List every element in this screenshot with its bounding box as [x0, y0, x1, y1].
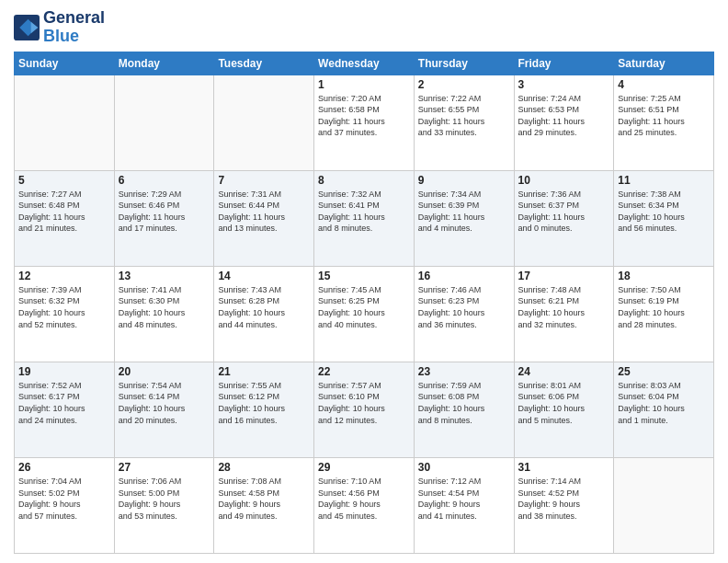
day-info: Sunrise: 7:31 AM Sunset: 6:44 PM Dayligh…: [218, 189, 310, 235]
logo-icon: [14, 15, 40, 40]
table-row: 15Sunrise: 7:45 AM Sunset: 6:25 PM Dayli…: [314, 266, 415, 362]
table-row: 27Sunrise: 7:06 AM Sunset: 5:00 PM Dayli…: [114, 457, 214, 553]
table-row: 22Sunrise: 7:57 AM Sunset: 6:10 PM Dayli…: [314, 362, 415, 457]
day-info: Sunrise: 7:04 AM Sunset: 5:02 PM Dayligh…: [18, 476, 110, 522]
day-number: 16: [418, 270, 510, 282]
table-row: 20Sunrise: 7:54 AM Sunset: 6:14 PM Dayli…: [114, 362, 214, 457]
table-row: 26Sunrise: 7:04 AM Sunset: 5:02 PM Dayli…: [15, 457, 115, 553]
day-number: 31: [518, 461, 610, 474]
day-number: 8: [318, 174, 410, 187]
day-info: Sunrise: 7:25 AM Sunset: 6:51 PM Dayligh…: [618, 93, 710, 139]
day-info: Sunrise: 7:41 AM Sunset: 6:30 PM Dayligh…: [119, 284, 210, 330]
col-friday: Friday: [514, 52, 614, 75]
table-row: [214, 75, 314, 170]
table-row: 7Sunrise: 7:31 AM Sunset: 6:44 PM Daylig…: [214, 170, 314, 266]
day-info: Sunrise: 7:38 AM Sunset: 6:34 PM Dayligh…: [618, 189, 710, 235]
table-row: 19Sunrise: 7:52 AM Sunset: 6:17 PM Dayli…: [15, 362, 115, 457]
table-row: 8Sunrise: 7:32 AM Sunset: 6:41 PM Daylig…: [314, 170, 415, 266]
day-number: 3: [518, 78, 610, 91]
day-number: 2: [418, 78, 510, 91]
day-info: Sunrise: 7:29 AM Sunset: 6:46 PM Dayligh…: [119, 189, 210, 235]
table-row: 12Sunrise: 7:39 AM Sunset: 6:32 PM Dayli…: [15, 266, 115, 362]
table-row: 2Sunrise: 7:22 AM Sunset: 6:55 PM Daylig…: [414, 75, 514, 170]
day-number: 4: [618, 78, 710, 91]
calendar: Sunday Monday Tuesday Wednesday Thursday…: [14, 52, 714, 554]
table-row: 16Sunrise: 7:46 AM Sunset: 6:23 PM Dayli…: [414, 266, 514, 362]
table-row: 14Sunrise: 7:43 AM Sunset: 6:28 PM Dayli…: [214, 266, 314, 362]
page: General Blue Sunday Monday Tuesday Wedne…: [0, 0, 728, 563]
day-info: Sunrise: 7:22 AM Sunset: 6:55 PM Dayligh…: [418, 93, 510, 139]
day-info: Sunrise: 7:24 AM Sunset: 6:53 PM Dayligh…: [518, 93, 610, 139]
logo-text: General Blue: [43, 9, 105, 46]
day-number: 19: [18, 365, 110, 378]
day-info: Sunrise: 7:12 AM Sunset: 4:54 PM Dayligh…: [418, 476, 510, 522]
day-info: Sunrise: 7:54 AM Sunset: 6:14 PM Dayligh…: [119, 380, 210, 426]
day-number: 1: [318, 78, 410, 91]
table-row: 4Sunrise: 7:25 AM Sunset: 6:51 PM Daylig…: [614, 75, 714, 170]
day-info: Sunrise: 7:08 AM Sunset: 4:58 PM Dayligh…: [218, 476, 310, 522]
day-info: Sunrise: 7:59 AM Sunset: 6:08 PM Dayligh…: [418, 380, 510, 426]
table-row: [114, 75, 214, 170]
day-number: 12: [18, 270, 110, 282]
day-info: Sunrise: 7:43 AM Sunset: 6:28 PM Dayligh…: [218, 284, 310, 330]
calendar-header-row: Sunday Monday Tuesday Wednesday Thursday…: [15, 52, 714, 75]
header: General Blue: [14, 9, 714, 46]
table-row: 3Sunrise: 7:24 AM Sunset: 6:53 PM Daylig…: [514, 75, 614, 170]
calendar-week-row: 26Sunrise: 7:04 AM Sunset: 5:02 PM Dayli…: [15, 457, 714, 553]
day-info: Sunrise: 8:03 AM Sunset: 6:04 PM Dayligh…: [618, 380, 710, 426]
calendar-week-row: 1Sunrise: 7:20 AM Sunset: 6:58 PM Daylig…: [15, 75, 714, 170]
table-row: 24Sunrise: 8:01 AM Sunset: 6:06 PM Dayli…: [514, 362, 614, 457]
day-number: 5: [18, 174, 110, 187]
col-tuesday: Tuesday: [214, 52, 314, 75]
day-number: 17: [518, 270, 610, 282]
table-row: 10Sunrise: 7:36 AM Sunset: 6:37 PM Dayli…: [514, 170, 614, 266]
logo: General Blue: [14, 9, 105, 46]
day-info: Sunrise: 7:36 AM Sunset: 6:37 PM Dayligh…: [518, 189, 610, 235]
day-number: 22: [318, 365, 410, 378]
calendar-week-row: 19Sunrise: 7:52 AM Sunset: 6:17 PM Dayli…: [15, 362, 714, 457]
day-number: 11: [618, 174, 710, 187]
day-number: 21: [218, 365, 310, 378]
col-thursday: Thursday: [414, 52, 514, 75]
day-info: Sunrise: 7:14 AM Sunset: 4:52 PM Dayligh…: [518, 476, 610, 522]
table-row: 17Sunrise: 7:48 AM Sunset: 6:21 PM Dayli…: [514, 266, 614, 362]
col-monday: Monday: [114, 52, 214, 75]
day-number: 24: [518, 365, 610, 378]
col-sunday: Sunday: [15, 52, 115, 75]
table-row: [15, 75, 115, 170]
table-row: 21Sunrise: 7:55 AM Sunset: 6:12 PM Dayli…: [214, 362, 314, 457]
col-saturday: Saturday: [614, 52, 714, 75]
calendar-week-row: 5Sunrise: 7:27 AM Sunset: 6:48 PM Daylig…: [15, 170, 714, 266]
table-row: 25Sunrise: 8:03 AM Sunset: 6:04 PM Dayli…: [614, 362, 714, 457]
table-row: 11Sunrise: 7:38 AM Sunset: 6:34 PM Dayli…: [614, 170, 714, 266]
day-number: 29: [318, 461, 410, 474]
day-number: 7: [218, 174, 310, 187]
table-row: 29Sunrise: 7:10 AM Sunset: 4:56 PM Dayli…: [314, 457, 415, 553]
table-row: 1Sunrise: 7:20 AM Sunset: 6:58 PM Daylig…: [314, 75, 415, 170]
day-info: Sunrise: 7:34 AM Sunset: 6:39 PM Dayligh…: [418, 189, 510, 235]
day-info: Sunrise: 7:55 AM Sunset: 6:12 PM Dayligh…: [218, 380, 310, 426]
day-info: Sunrise: 7:27 AM Sunset: 6:48 PM Dayligh…: [18, 189, 110, 235]
calendar-week-row: 12Sunrise: 7:39 AM Sunset: 6:32 PM Dayli…: [15, 266, 714, 362]
day-number: 15: [318, 270, 410, 282]
day-number: 14: [218, 270, 310, 282]
table-row: [614, 457, 714, 553]
day-number: 13: [119, 270, 210, 282]
day-number: 26: [18, 461, 110, 474]
table-row: 5Sunrise: 7:27 AM Sunset: 6:48 PM Daylig…: [15, 170, 115, 266]
day-info: Sunrise: 7:46 AM Sunset: 6:23 PM Dayligh…: [418, 284, 510, 330]
day-number: 23: [418, 365, 510, 378]
table-row: 23Sunrise: 7:59 AM Sunset: 6:08 PM Dayli…: [414, 362, 514, 457]
table-row: 9Sunrise: 7:34 AM Sunset: 6:39 PM Daylig…: [414, 170, 514, 266]
day-info: Sunrise: 7:39 AM Sunset: 6:32 PM Dayligh…: [18, 284, 110, 330]
day-number: 27: [119, 461, 210, 474]
day-info: Sunrise: 7:10 AM Sunset: 4:56 PM Dayligh…: [318, 476, 410, 522]
table-row: 31Sunrise: 7:14 AM Sunset: 4:52 PM Dayli…: [514, 457, 614, 553]
day-info: Sunrise: 7:32 AM Sunset: 6:41 PM Dayligh…: [318, 189, 410, 235]
day-number: 30: [418, 461, 510, 474]
table-row: 6Sunrise: 7:29 AM Sunset: 6:46 PM Daylig…: [114, 170, 214, 266]
day-info: Sunrise: 7:48 AM Sunset: 6:21 PM Dayligh…: [518, 284, 610, 330]
day-number: 25: [618, 365, 710, 378]
day-info: Sunrise: 7:20 AM Sunset: 6:58 PM Dayligh…: [318, 93, 410, 139]
day-number: 18: [618, 270, 710, 282]
